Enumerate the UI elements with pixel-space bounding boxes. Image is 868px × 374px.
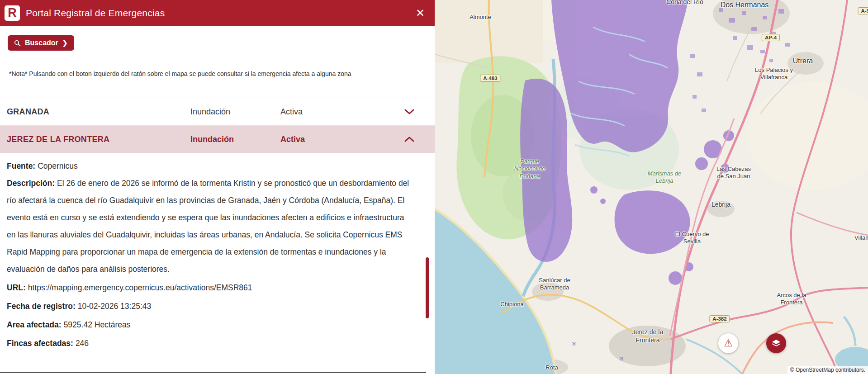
page-title: Portal Registral de Emergencias (26, 8, 414, 19)
map-note: *Nota* Pulsando con el boton izquierdo d… (9, 70, 435, 77)
buscador-label: Buscador (25, 39, 58, 47)
close-icon[interactable]: ✕ (414, 7, 427, 19)
map-attribution[interactable]: © OpenStreetMap contributors. (787, 366, 868, 374)
panel-header: R Portal Registral de Emergencias ✕ (0, 0, 435, 26)
descripcion-value: El 26 de enero de 2026 se informó de la … (7, 179, 409, 274)
emergencies-list: GRANADA Inundación Activa JEREZ DE LA FR… (0, 98, 435, 352)
road-shield-a382: A-382 (709, 315, 730, 322)
detail-area: Area afectada:5925.42 Hectáreas (7, 316, 414, 333)
panel-scrollbar-thumb[interactable] (426, 257, 429, 318)
layers-button[interactable] (766, 333, 786, 353)
fincas-label: Fincas afectadas: (7, 339, 73, 348)
url-label: URL: (7, 283, 26, 292)
detail-descripcion: Descripción:El 26 de enero de 2026 se in… (7, 175, 414, 278)
warning-icon: ⚠ (724, 338, 733, 348)
emergency-status: Activa (280, 107, 384, 117)
url-value: https://mapping.emergency.copernicus.eu/… (28, 283, 252, 292)
road-shield-ap4: AP-4 (762, 34, 780, 41)
emergency-type: Inundación (190, 107, 280, 117)
emergency-name: GRANADA (0, 107, 190, 117)
road-shield-a92: A-92 (858, 7, 868, 14)
basemap-graphics (435, 0, 868, 374)
emergency-name: JEREZ DE LA FRONTERA (0, 135, 190, 144)
chevron-down-icon[interactable] (384, 109, 435, 115)
chevron-up-icon[interactable] (384, 136, 435, 142)
area-label: Area afectada: (7, 320, 62, 329)
chevron-right-icon: ❯ (62, 39, 68, 47)
fincas-value: 246 (76, 339, 89, 348)
area-value: 5925.42 Hectáreas (64, 320, 131, 329)
fecha-label: Fecha de registro: (7, 302, 76, 311)
detail-url: URL:https://mapping.emergency.copernicus… (7, 279, 414, 296)
fuente-value: Copernicus (38, 161, 78, 170)
detail-fincas: Fincas afectadas:246 (7, 335, 414, 352)
emergency-map[interactable]: Almonte Coria del Río Dos Hermanas Utrer… (435, 0, 868, 374)
layers-icon (771, 339, 781, 348)
warning-button[interactable]: ⚠ (718, 333, 738, 353)
side-panel: R Portal Registral de Emergencias ✕ Busc… (0, 0, 435, 374)
road-shield-a483: A-483 (480, 75, 500, 82)
fuente-label: Fuente: (7, 161, 35, 170)
descripcion-label: Descripción: (7, 179, 55, 188)
detail-fuente: Fuente:Copernicus (7, 157, 414, 175)
emergency-row-jerez[interactable]: JEREZ DE LA FRONTERA Inundación Activa (0, 125, 435, 153)
buscador-button[interactable]: Buscador ❯ (8, 35, 74, 51)
emergency-detail: Fuente:Copernicus Descripción:El 26 de e… (0, 153, 435, 352)
registradores-logo: R (5, 5, 20, 21)
emergency-status: Activa (280, 135, 384, 144)
panel-bottom-divider (0, 372, 426, 373)
detail-fecha: Fecha de registro:10-02-2026 13:25:43 (7, 298, 414, 315)
search-icon (14, 40, 21, 47)
emergency-type: Inundación (190, 135, 280, 144)
fecha-value: 10-02-2026 13:25:43 (78, 302, 152, 311)
emergency-row-granada[interactable]: GRANADA Inundación Activa (0, 98, 435, 125)
logo-letter: R (8, 7, 17, 19)
